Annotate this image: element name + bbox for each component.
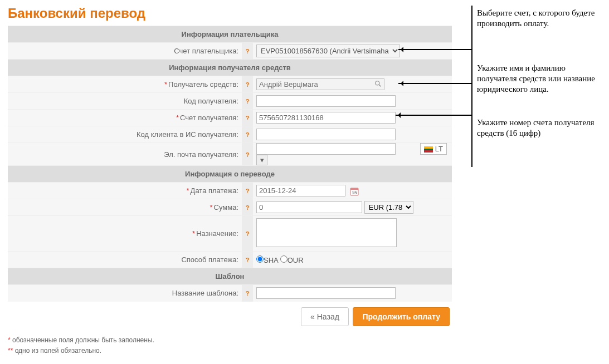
page-title: Банковский перевод [8, 6, 452, 21]
label-recipient-is-code: Код клиента в ИС получателя: [137, 130, 238, 139]
method-our-radio[interactable] [280, 255, 288, 263]
footnote-star2: ** [8, 347, 13, 355]
annotation-arrow-1 [398, 49, 471, 50]
buttons-row: « Назад Продолжить оплату [8, 302, 452, 332]
footnote-text2: одно из полей обязательно. [13, 347, 101, 355]
annotation-arrow-2 [398, 83, 471, 84]
footnote-text1: обозначенные поля должны быть заполнены. [11, 336, 154, 344]
help-icon[interactable]: ? [243, 289, 251, 297]
label-amount: Сумма: [214, 203, 238, 211]
footnotes: * обозначенные поля должны быть заполнен… [8, 335, 452, 356]
template-name-input[interactable] [256, 287, 396, 299]
annotation-2: Укажите имя и фамилию получателя средств… [477, 63, 605, 94]
svg-point-0 [376, 81, 379, 85]
recipient-account-input[interactable] [256, 112, 396, 124]
label-template-name: Название шаблона: [172, 289, 238, 297]
method-sha-option[interactable]: SHA [256, 256, 278, 264]
section-recipient: Информация получателя средств [8, 60, 452, 76]
payer-account-select[interactable]: EVP0510018567630 (Andrii Vertsimaha) [256, 45, 400, 57]
label-recipient-email: Эл. почта получателя: [164, 150, 238, 159]
method-sha-radio[interactable] [256, 255, 264, 263]
recipient-input[interactable] [256, 78, 384, 90]
label-recipient-account: Счет получателя: [180, 114, 238, 122]
section-transfer: Информация о переводе [8, 166, 452, 183]
recipient-is-code-input[interactable] [256, 129, 396, 140]
flag-lt-icon [424, 146, 433, 153]
svg-line-1 [379, 85, 381, 86]
payment-date-input[interactable] [256, 185, 345, 196]
section-payer: Информация плательщика [8, 26, 452, 43]
help-icon[interactable]: ? [243, 204, 251, 211]
required-marker: * [210, 203, 213, 211]
svg-text:15: 15 [352, 190, 357, 195]
required-marker: * [187, 186, 191, 195]
transfer-form: Информация плательщика Счет плательщика:… [8, 26, 452, 302]
search-icon[interactable] [374, 80, 382, 89]
back-button[interactable]: « Назад [301, 307, 349, 326]
recipient-email-input[interactable] [256, 143, 396, 155]
annotation-divider [471, 6, 472, 167]
annotation-arrow-3 [396, 115, 471, 116]
label-payer-account: Счет плательщика: [174, 47, 238, 55]
help-icon[interactable]: ? [243, 187, 251, 195]
required-marker: * [176, 114, 180, 122]
phone-cc-text: LT [435, 145, 443, 153]
label-payment-method: Способ платежа: [181, 255, 238, 264]
continue-button[interactable]: Продолжить оплату [353, 307, 450, 326]
annotation-3: Укажите номер счета получателя средств (… [477, 117, 605, 139]
purpose-textarea[interactable] [256, 218, 397, 247]
label-payment-date: Дата платежа: [191, 186, 238, 195]
help-icon[interactable]: ? [243, 256, 251, 264]
method-our-option[interactable]: OUR [280, 256, 304, 264]
help-icon[interactable]: ? [243, 81, 251, 88]
currency-select[interactable]: EUR (1.78) [364, 201, 413, 214]
help-icon[interactable]: ? [243, 131, 251, 139]
help-icon[interactable]: ? [243, 230, 251, 238]
svg-rect-3 [350, 188, 358, 190]
help-icon[interactable]: ? [243, 47, 251, 55]
label-recipient-code: Код получателя: [184, 97, 238, 105]
help-icon[interactable]: ? [243, 151, 251, 159]
calendar-icon[interactable]: 15 [350, 187, 359, 196]
annotation-1: Выберите счет, с которого будете произво… [477, 8, 605, 29]
section-template: Шаблон [8, 268, 452, 285]
label-purpose: Назначение: [196, 229, 238, 238]
amount-input[interactable] [256, 201, 362, 213]
phone-country-code[interactable]: LT [420, 143, 447, 155]
phone-cc-dropdown[interactable]: ▾ [256, 155, 267, 165]
recipient-code-input[interactable] [256, 95, 396, 107]
help-icon[interactable]: ? [243, 114, 251, 122]
help-icon[interactable]: ? [243, 97, 251, 105]
label-recipient: Получатель средств: [168, 80, 238, 88]
